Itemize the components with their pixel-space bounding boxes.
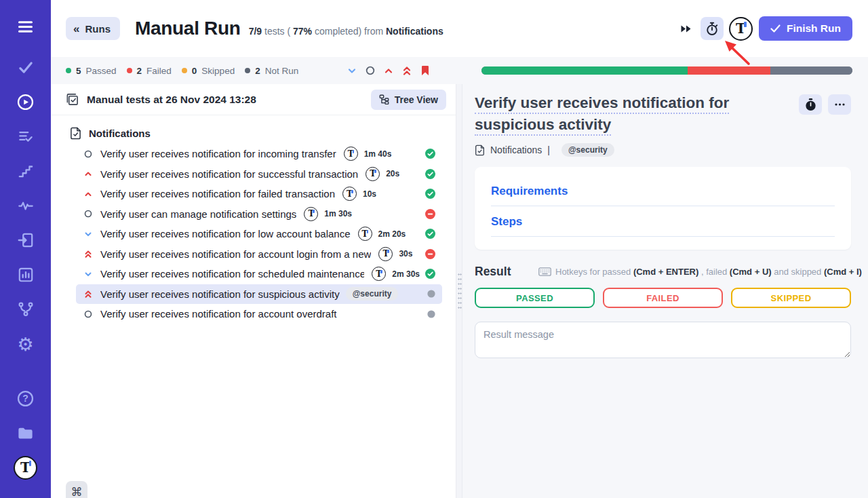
test-row[interactable]: Verify user receives notification for su… — [76, 284, 442, 305]
app-logo[interactable]: T — [14, 455, 38, 480]
testomat-logo-icon: T — [366, 167, 380, 181]
testomat-logo-icon: T — [378, 247, 393, 261]
test-row[interactable]: Verify user receives notification for in… — [76, 144, 442, 164]
status-bar: 5 Passed 2 Failed 0 Skipped 2 Not Run — [51, 57, 868, 84]
run-header: Manual tests at 26 Nov 2024 13:28 Tree V… — [51, 84, 456, 115]
page-title: Manual Run — [135, 18, 241, 39]
priority-normal-icon — [84, 310, 93, 318]
status-label: Failed — [146, 66, 172, 76]
security-tag[interactable]: @security — [561, 143, 614, 157]
folder-icon — [16, 424, 35, 442]
check-icon — [17, 58, 35, 76]
sidebar-item-analytics[interactable] — [14, 263, 38, 287]
test-title: Verify user receives notification for lo… — [100, 228, 351, 240]
panel-resize-divider[interactable] — [456, 84, 462, 498]
status-passed-icon — [420, 169, 435, 179]
ellipsis-icon — [835, 103, 845, 106]
test-logo-slot: T — [358, 227, 372, 241]
run-title: Manual tests at 26 Nov 2024 13:28 — [87, 94, 371, 106]
priority-high-icon — [84, 170, 93, 178]
result-message-input[interactable] — [475, 322, 851, 358]
run-checklist-icon — [66, 93, 79, 106]
sidebar-item-help[interactable]: ? — [14, 386, 38, 410]
status-dot-icon — [245, 68, 250, 73]
steps-row: Steps — [491, 215, 835, 237]
sidebar-item-pulse[interactable] — [14, 193, 38, 218]
status-count: 2 — [255, 66, 260, 76]
breadcrumb: Notifications | @security — [475, 143, 851, 157]
test-title: Verify user receives notification for su… — [100, 288, 340, 300]
run-tests-panel: Manual tests at 26 Nov 2024 13:28 Tree V… — [51, 84, 456, 498]
filter-bookmark-icon[interactable] — [420, 65, 430, 76]
detail-header: Verify user receives notification for su… — [475, 92, 851, 136]
play-circle-icon — [16, 93, 35, 111]
sidebar-item-test-plans[interactable] — [14, 124, 38, 149]
test-row[interactable]: Verify user receives notification for fa… — [76, 184, 442, 204]
finish-run-button[interactable]: Finish Run — [759, 16, 852, 41]
sidebar-item-import[interactable] — [14, 228, 38, 252]
filter-chevron-up-icon[interactable] — [384, 66, 393, 75]
topbar-actions: T Finish Run — [680, 16, 852, 41]
help-icon: ? — [16, 389, 35, 408]
content-split: Manual tests at 26 Nov 2024 13:28 Tree V… — [51, 84, 868, 498]
priority-low-icon — [84, 230, 93, 238]
test-title: Verify user receives notification for sc… — [100, 268, 364, 280]
sidebar-item-settings[interactable]: ⚙ — [14, 332, 38, 356]
tree-view-button[interactable]: Tree View — [371, 90, 446, 110]
keyboard-icon — [538, 267, 551, 276]
main-area: « Runs Manual Run 7/9 tests ( 77% comple… — [51, 0, 868, 498]
timer-button[interactable] — [701, 17, 724, 40]
testomat-logo-icon: T — [358, 227, 372, 241]
user-project-logo[interactable]: T — [729, 17, 753, 41]
test-row[interactable]: Verify user receives notification for su… — [76, 164, 442, 185]
test-row[interactable]: Verify user can manage notification sett… — [76, 204, 442, 225]
pulse-icon — [17, 197, 35, 214]
fast-forward-icon[interactable] — [680, 24, 692, 33]
filter-double-chevron-up-icon[interactable] — [402, 66, 412, 76]
sidebar-item-tests[interactable] — [14, 55, 38, 79]
hotkeys-hint: Hotkeys for passed (Cmd + ENTER) , faile… — [538, 267, 862, 277]
test-title: Verify user receives notification for su… — [100, 168, 358, 180]
hotkeys-command-button[interactable]: ⌘ — [66, 481, 87, 498]
stopwatch-button[interactable] — [799, 94, 822, 115]
test-tag: @security — [346, 287, 399, 301]
gear-icon: ⚙ — [17, 335, 33, 353]
test-row[interactable]: Verify user receives notification for ac… — [76, 244, 442, 265]
breadcrumb-section[interactable]: Notifications — [490, 145, 542, 155]
test-row[interactable]: Verify user receives notification for sc… — [76, 264, 442, 284]
skipped-button[interactable]: SKIPPED — [731, 288, 851, 308]
sidebar-item-steps[interactable] — [14, 159, 38, 183]
sidebar-item-projects[interactable] — [14, 421, 38, 445]
sidebar-item-runs[interactable] — [14, 90, 38, 114]
test-detail-title[interactable]: Verify user receives notification for su… — [475, 92, 799, 136]
file-check-icon — [475, 145, 485, 156]
test-row[interactable]: Verify user receives notification for ac… — [76, 304, 442, 324]
progress-segment-failed — [688, 66, 770, 75]
filter-chevron-down-icon[interactable] — [347, 66, 357, 75]
test-title: Verify user receives notification for ac… — [100, 308, 337, 320]
bar-chart-icon — [17, 266, 35, 284]
status-passed-icon — [420, 269, 435, 279]
status-count: 5 — [76, 66, 81, 76]
failed-button[interactable]: FAILED — [603, 288, 723, 308]
topbar: « Runs Manual Run 7/9 tests ( 77% comple… — [51, 0, 868, 57]
testomat-logo-icon: T — [344, 147, 358, 161]
status-count: 0 — [192, 66, 197, 76]
status-label: Not Run — [265, 66, 299, 76]
detail-actions — [799, 94, 851, 115]
test-row[interactable]: Verify user receives notification for lo… — [76, 224, 442, 244]
status-passed-icon — [420, 149, 435, 159]
suite-folder-row[interactable]: Notifications — [51, 122, 456, 144]
passed-button[interactable]: PASSED — [475, 288, 595, 308]
back-to-runs-button[interactable]: « Runs — [66, 17, 120, 40]
test-detail-panel: Verify user receives notification for su… — [462, 84, 868, 498]
requirements-link[interactable]: Requirements — [491, 185, 568, 197]
svg-text:?: ? — [22, 393, 28, 404]
steps-link[interactable]: Steps — [491, 215, 522, 228]
more-options-button[interactable] — [828, 94, 851, 115]
filter-circle-icon[interactable] — [366, 66, 375, 75]
suite-folder-label: Notifications — [89, 128, 151, 139]
hamburger-menu-icon[interactable] — [14, 14, 38, 39]
sidebar-item-branches[interactable] — [14, 297, 38, 322]
stopwatch-filled-icon — [805, 98, 816, 111]
